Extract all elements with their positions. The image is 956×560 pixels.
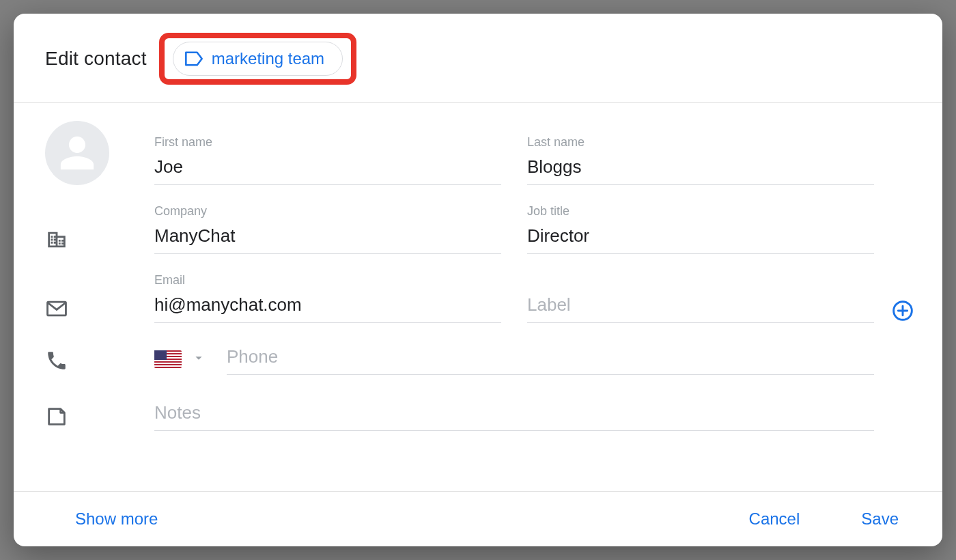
field-email-label — [527, 273, 874, 323]
email-input[interactable] — [154, 290, 501, 323]
person-icon — [57, 133, 97, 173]
field-email: Email — [154, 273, 501, 323]
phone-input[interactable] — [227, 342, 874, 375]
job-title-input[interactable] — [527, 221, 874, 254]
dialog-header: Edit contact marketing team — [14, 14, 942, 103]
contact-label-chip[interactable]: marketing team — [173, 42, 343, 76]
flag-us-icon — [154, 350, 182, 368]
cancel-button[interactable]: Cancel — [749, 509, 800, 529]
chevron-down-icon — [191, 350, 206, 368]
email-label-input[interactable] — [527, 290, 874, 323]
field-job-title: Job title — [527, 204, 874, 254]
email-icon — [45, 297, 68, 323]
last-name-label: Last name — [527, 135, 874, 150]
first-name-input[interactable] — [154, 152, 501, 185]
first-name-label: First name — [154, 135, 501, 150]
phone-country-picker[interactable] — [154, 350, 206, 375]
company-input[interactable] — [154, 221, 501, 254]
field-notes — [154, 398, 874, 431]
label-icon — [184, 51, 203, 67]
email-label-label — [527, 273, 874, 288]
contact-label-text: marketing team — [212, 49, 324, 68]
phone-icon — [45, 349, 68, 375]
row-name: First name Last name — [45, 118, 915, 185]
page-title: Edit contact — [45, 48, 147, 70]
notes-input[interactable] — [154, 398, 874, 431]
company-icon — [45, 228, 68, 254]
row-phone — [45, 342, 915, 375]
email-label: Email — [154, 273, 501, 288]
row-email: Email — [45, 273, 915, 323]
field-last-name: Last name — [527, 135, 874, 185]
row-notes — [45, 398, 915, 431]
dialog-footer: Show more Cancel Save — [14, 491, 942, 546]
row-company: Company Job title — [45, 204, 915, 254]
job-title-label: Job title — [527, 204, 874, 219]
field-company: Company — [154, 204, 501, 254]
edit-contact-dialog: Edit contact marketing team — [14, 14, 942, 546]
label-chip-highlight: marketing team — [159, 33, 356, 85]
field-first-name: First name — [154, 135, 501, 185]
notes-icon — [45, 405, 68, 431]
company-label: Company — [154, 204, 501, 219]
add-email-button[interactable] — [890, 298, 915, 323]
dialog-body: First name Last name — [14, 103, 942, 491]
plus-circle-icon — [892, 300, 914, 322]
avatar[interactable] — [45, 121, 109, 185]
save-button[interactable]: Save — [861, 509, 899, 529]
show-more-button[interactable]: Show more — [75, 509, 158, 529]
last-name-input[interactable] — [527, 152, 874, 185]
